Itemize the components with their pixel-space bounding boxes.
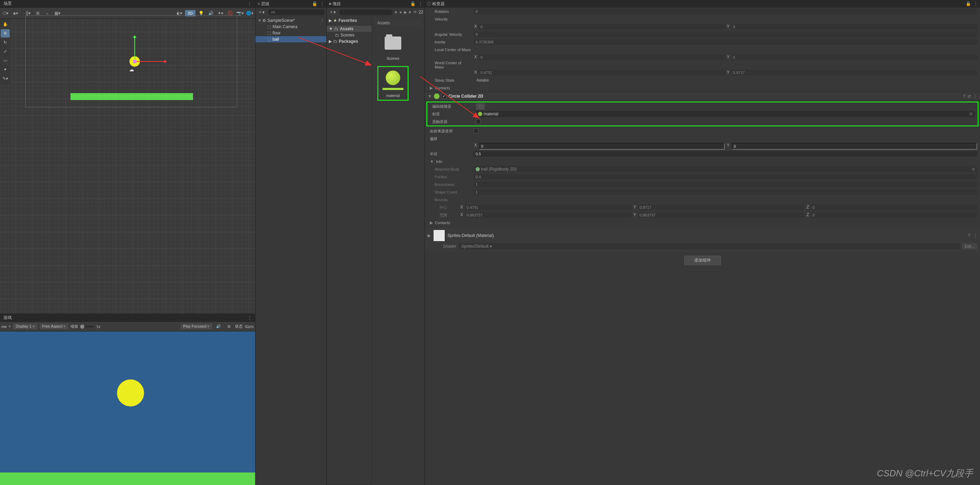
scene-view[interactable]: ✋ ✥ ↻ ⤢ ▭ ✦ ✎▾ [0, 19, 255, 314]
lock-icon[interactable]: 🔓 [312, 2, 317, 6]
angular-velocity-value: 0 [474, 32, 977, 37]
gizmos-icon[interactable]: 🌐▾ [245, 10, 254, 17]
circle-collider-header[interactable]: ▼ Circle Collider 2D ?⇄⋮ [425, 92, 980, 101]
bounds-center-z: 0 [811, 205, 977, 210]
transform-tool-icon[interactable]: ✦ [1, 65, 10, 73]
inspector-menu-icon[interactable]: ⋮ [974, 2, 978, 6]
game-tab[interactable]: 游戏 [3, 315, 12, 321]
hand-tool-icon[interactable]: ✋ [1, 20, 10, 29]
offset-x-input[interactable] [479, 143, 724, 150]
y-axis-gizmo[interactable] [134, 36, 135, 59]
scene-row[interactable]: ▼ ✿ SampleScene* ⋮ [256, 18, 326, 24]
x-axis-gizmo[interactable] [135, 61, 166, 62]
preset-icon[interactable]: ⇄ [967, 94, 971, 99]
assets-breadcrumb[interactable]: Assets [375, 19, 422, 26]
shader-dropdown[interactable]: Sprites/Default [458, 243, 960, 249]
edit-collider-button[interactable]: ⬚ [476, 103, 485, 110]
contacts-foldout[interactable]: Contacts [435, 86, 477, 90]
asset-scenes-folder[interactable]: Scenes [377, 32, 409, 61]
project-menu-icon[interactable]: ⋮ [418, 2, 423, 6]
visible-count: 22 [418, 10, 423, 14]
pivot-dropdown-icon[interactable]: ⬡▾ [2, 10, 10, 17]
assets-folder-row[interactable]: ▼🗀Assets [327, 26, 371, 32]
project-add-button[interactable]: + ▾ [328, 10, 338, 14]
visibility-icon: 👁 [413, 10, 417, 14]
info-foldout[interactable]: Info [436, 160, 478, 164]
inspector-tab[interactable]: ⓘ 检查器 [427, 1, 445, 7]
bounds-extents-label: 范围 [430, 213, 458, 218]
radius-input[interactable] [474, 151, 977, 157]
scene-tool-sidebar: ✋ ✥ ↻ ⤢ ▭ ✦ ✎▾ [0, 19, 10, 84]
display-dropdown[interactable]: Display 1 [13, 324, 37, 329]
component-menu-icon[interactable]: ⋮ [973, 94, 977, 99]
move-tool-icon[interactable]: ✥ [1, 29, 10, 38]
gizmos-label[interactable]: Gizm [245, 324, 254, 329]
circle-collider-enabled-checkbox[interactable] [442, 94, 446, 99]
game-tab-menu-icon[interactable]: ⋮ [248, 316, 252, 320]
project-search-input[interactable] [339, 10, 393, 15]
favorites-row[interactable]: ▶★Favorites [327, 18, 371, 24]
hierarchy-tab[interactable]: ≡ 层级 [258, 1, 269, 7]
floor-sprite[interactable] [70, 93, 193, 100]
rect-tool-icon[interactable]: ▭ [1, 56, 10, 65]
asset-material[interactable]: material [377, 66, 409, 101]
aspect-dropdown[interactable]: Free Aspect [40, 324, 69, 329]
filter-save-icon[interactable]: ★ [408, 10, 412, 14]
scene-tab-menu-icon[interactable]: ⋮ [248, 2, 252, 6]
world-com-label: World Center of Mass [430, 61, 471, 69]
filter-label-icon[interactable]: ◆ [403, 10, 407, 14]
game-toolbar: me ▾ Display 1 Free Aspect 缩放 1x Play Fo… [0, 322, 255, 332]
local-dropdown-icon[interactable]: ◈▾ [11, 10, 19, 17]
used-by-effector-checkbox[interactable] [474, 129, 478, 133]
is-trigger-label: 是触发器 [432, 119, 474, 124]
add-component-button[interactable]: 添加组件 [684, 256, 721, 265]
inertia-label: Inertia [430, 40, 471, 44]
stats-icon[interactable]: ⊞ [224, 323, 233, 330]
material-foldout-arrow[interactable]: ▶ [428, 233, 431, 238]
bounds-center-label: 中心 [430, 205, 458, 210]
world-com-y: 0.9717 [732, 70, 977, 75]
bounds-extents-x: 0.863757 [465, 212, 632, 218]
help-icon[interactable]: ? [968, 233, 970, 238]
filter-type-icon[interactable]: ● [399, 10, 402, 14]
scale-tool-icon[interactable]: ⤢ [1, 47, 10, 56]
contacts2-foldout[interactable]: Contacts [435, 221, 477, 225]
object-picker-icon[interactable]: ⊙ [969, 112, 973, 116]
hierarchy-add-button[interactable]: + ▾ [257, 10, 267, 14]
scene-options-icon[interactable]: ⋮ [320, 18, 324, 23]
lock-icon[interactable]: 🔓 [410, 2, 415, 6]
particle-icon [129, 67, 135, 70]
sleep-state-value: Awake [474, 78, 489, 83]
gizmo-center[interactable] [133, 60, 137, 63]
play-focused-dropdown[interactable]: Play Focused [181, 324, 212, 329]
project-tab[interactable]: ■ 项目 [329, 1, 341, 7]
packages-folder-row[interactable]: ▶🗀Packages [327, 38, 371, 45]
scenes-folder-row[interactable]: 🗀Scenes [327, 32, 371, 38]
radius-label: 半径 [430, 152, 471, 157]
scene-name: SampleScene* [267, 18, 295, 23]
custom-tool-icon[interactable]: ✎▾ [1, 74, 10, 83]
hierarchy-menu-icon[interactable]: ⋮ [320, 2, 324, 6]
hierarchy-search-input[interactable] [268, 10, 325, 15]
offset-y-input[interactable] [732, 143, 977, 150]
local-com-label: Local Center of Mass [430, 48, 471, 52]
bounciness-label: Bounciness [430, 182, 471, 187]
hierarchy-item-ball[interactable]: ⬚ ball [256, 36, 326, 42]
scene-tab[interactable]: 场景 [3, 1, 12, 6]
is-trigger-checkbox[interactable] [476, 119, 481, 124]
scale-slider[interactable] [80, 326, 94, 327]
edit-collider-label: 编辑碰撞器 [432, 104, 474, 109]
angular-velocity-label: Angular Velocity [430, 32, 471, 37]
lock-icon[interactable]: 🔓 [966, 2, 971, 6]
hierarchy-item-camera[interactable]: ⬚ Main Camera [256, 24, 326, 30]
filter-favorites-icon[interactable]: ★ [394, 10, 398, 14]
game-label: me [2, 324, 6, 329]
hierarchy-item-floor[interactable]: ⬚ floor [256, 30, 326, 36]
rotate-tool-icon[interactable]: ↻ [1, 38, 10, 46]
edit-shader-button[interactable]: Edit... [962, 243, 977, 249]
material-menu-icon[interactable]: ⋮ [973, 233, 977, 238]
inertia-value: 0.3730386 [474, 39, 977, 45]
material-field[interactable]: material⊙ [476, 111, 975, 117]
mute-audio-icon[interactable]: 🔊 [214, 323, 223, 330]
help-icon[interactable]: ? [963, 94, 966, 99]
